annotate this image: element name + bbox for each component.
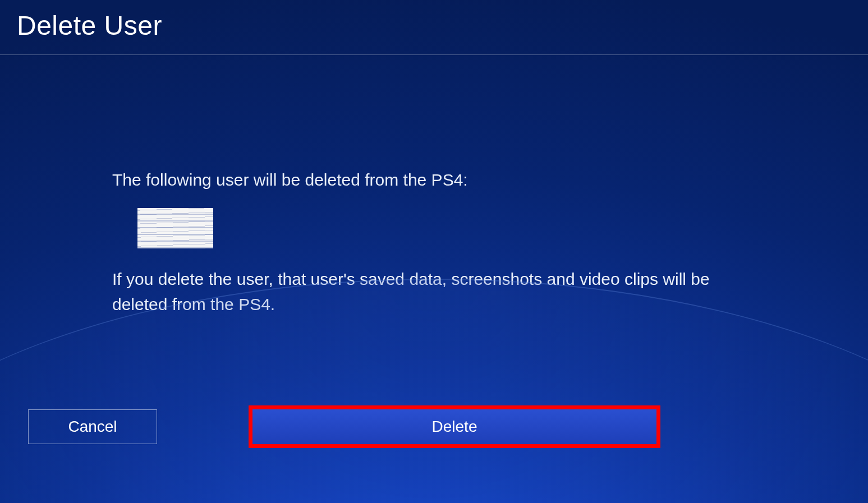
delete-button-label: Delete xyxy=(432,418,477,436)
page-title: Delete User xyxy=(17,10,868,41)
delete-button[interactable]: Delete xyxy=(252,409,656,444)
header-bar: Delete User xyxy=(0,0,868,55)
user-avatar-redacted xyxy=(137,208,213,248)
cancel-button-label: Cancel xyxy=(68,418,117,436)
button-row: Cancel Delete xyxy=(28,409,868,444)
content-area: The following user will be deleted from … xyxy=(0,55,868,317)
cancel-button[interactable]: Cancel xyxy=(28,409,157,444)
delete-message: The following user will be deleted from … xyxy=(112,167,756,192)
